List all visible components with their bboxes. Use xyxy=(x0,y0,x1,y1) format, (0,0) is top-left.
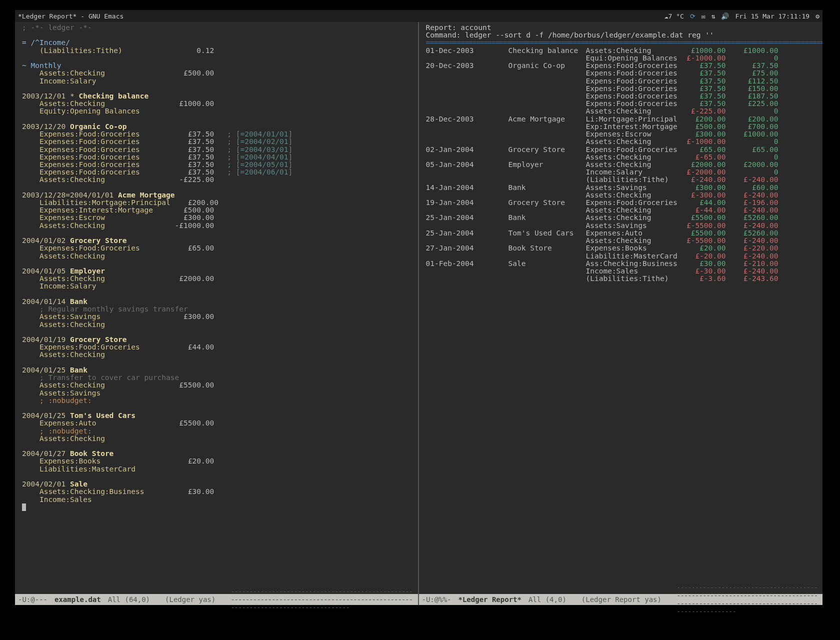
register-row[interactable]: Income:Salary£-2000.000 xyxy=(426,168,819,176)
register-row[interactable]: Expens:Food:Groceries£37.50£225.00 xyxy=(426,100,819,108)
titlebar: *Ledger Report* - GNU Emacs ☁ 7 °C ⟳ ✉ ⇅… xyxy=(15,10,822,22)
register-row[interactable]: Assets:Checking£-5500.00£-240.00 xyxy=(426,237,819,244)
register-row[interactable]: 25-Jan-2004Tom's Used CarsExpenses:Auto£… xyxy=(426,230,819,237)
register-row[interactable]: 01-Feb-2004SaleAss:Checking:Business£30.… xyxy=(426,260,819,268)
weather-icon[interactable]: ☁ 7 °C xyxy=(664,12,684,20)
register-row[interactable]: Assets:Checking£-1000.000 xyxy=(426,138,819,146)
register-row[interactable]: Assets:Savings£-5500.00£-240.00 xyxy=(426,222,819,230)
register-row[interactable]: Liabilitie:MasterCard£-20.00£-240.00 xyxy=(426,252,819,260)
register-row[interactable]: Expenses:Escrow£300.00£1000.00 xyxy=(426,130,819,138)
register-row[interactable]: 27-Jan-2004Book StoreExpenses:Books£20.0… xyxy=(426,244,819,252)
modeline-buffer-name: *Ledger Report* xyxy=(452,596,528,604)
register-row[interactable]: 28-Dec-2003Acme MortgageLi:Mortgage:Prin… xyxy=(426,116,819,123)
register-row[interactable]: Assets:Checking£-44.00£-240.00 xyxy=(426,206,819,214)
register-row[interactable]: (Liabilities:Tithe)£-240.00£-240.00 xyxy=(426,176,819,184)
register-row[interactable]: 01-Dec-2003Checking balanceAssets:Checki… xyxy=(426,47,819,54)
modeline-rule: ----------------------------------------… xyxy=(230,588,414,612)
register-row[interactable]: Income:Sales£-30.00£-240.00 xyxy=(426,268,819,275)
register-row[interactable]: 19-Jan-2004Grocery StoreExpens:Food:Groc… xyxy=(426,199,819,206)
modeline-rule: ----------------------------------------… xyxy=(676,584,820,616)
mail-icon[interactable]: ✉ xyxy=(702,12,706,20)
modeline-buffer-name: example.dat xyxy=(48,596,108,604)
register-row[interactable]: 05-Jan-2004EmployerAssets:Checking£2000.… xyxy=(426,161,819,168)
modeline-left: -U:@--- example.dat All (64,0) (Ledger y… xyxy=(15,594,418,605)
register-row[interactable]: Assets:Checking£-225.000 xyxy=(426,108,819,115)
register-row[interactable]: Exp:Interest:Mortgage£500.00£700.00 xyxy=(426,123,819,130)
modeline-right: -U:@%%- *Ledger Report* All (4,0) (Ledge… xyxy=(419,594,823,605)
register-row[interactable]: 20-Dec-2003Organic Co-opExpens:Food:Groc… xyxy=(426,62,819,70)
register-row[interactable]: Expens:Food:Groceries£37.50£150.00 xyxy=(426,85,819,92)
weather-text: 7 °C xyxy=(668,12,684,20)
network-icon[interactable]: ⇅ xyxy=(712,12,716,20)
modeline-state: -U:@%%- xyxy=(422,596,452,604)
report-title: Report: account xyxy=(426,24,819,32)
right-pane[interactable]: Report: accountCommand: ledger --sort d … xyxy=(419,22,823,605)
modeline-modes: (Ledger Report yas) xyxy=(566,596,676,604)
register-row[interactable]: (Liabilities:Tithe)£-3.60£-243.60 xyxy=(426,275,819,282)
ledger-report-buffer[interactable]: Report: accountCommand: ledger --sort d … xyxy=(419,22,823,594)
modeline-state: -U:@--- xyxy=(18,596,48,604)
emacs-frame: *Ledger Report* - GNU Emacs ☁ 7 °C ⟳ ✉ ⇅… xyxy=(15,10,822,605)
register-row[interactable]: 25-Jan-2004BankAssets:Checking£5500.00£5… xyxy=(426,214,819,222)
modeline-position: All (4,0) xyxy=(528,596,566,604)
modeline-position: All (64,0) xyxy=(108,596,150,604)
clock: Fri 15 Mar 17:11:19 xyxy=(735,12,810,20)
report-divider: ========================================… xyxy=(426,39,819,46)
reload-icon[interactable]: ⟳ xyxy=(690,12,696,20)
window-title: *Ledger Report* - GNU Emacs xyxy=(18,12,124,20)
report-command: Command: ledger --sort d -f /home/borbus… xyxy=(426,32,819,39)
register-row[interactable]: Assets:Checking£-300.00£-240.00 xyxy=(426,192,819,199)
register-row[interactable]: Equi:Opening Balances£-1000.000 xyxy=(426,54,819,62)
register-row[interactable]: 14-Jan-2004BankAssets:Savings£300.00£60.… xyxy=(426,184,819,192)
modeline-modes: (Ledger yas) xyxy=(150,596,230,604)
register-row[interactable]: Expens:Food:Groceries£37.50£75.00 xyxy=(426,70,819,77)
register-row[interactable]: Expens:Food:Groceries£37.50£112.50 xyxy=(426,78,819,85)
register-row[interactable]: Assets:Checking£-65.000 xyxy=(426,154,819,161)
ledger-source-buffer[interactable]: ; -*- ledger -*- = /^Income/ (Liabilitie… xyxy=(15,22,418,594)
register-row[interactable]: Expens:Food:Groceries£37.50£187.50 xyxy=(426,92,819,100)
volume-icon[interactable]: 🔊 xyxy=(721,12,729,20)
tray: ☁ 7 °C ⟳ ✉ ⇅ 🔊 Fri 15 Mar 17:11:19 ⚙ xyxy=(664,12,820,20)
gear-icon[interactable]: ⚙ xyxy=(816,12,820,20)
register-row[interactable]: 02-Jan-2004Grocery StoreExpens:Food:Groc… xyxy=(426,146,819,154)
left-pane[interactable]: ; -*- ledger -*- = /^Income/ (Liabilitie… xyxy=(15,22,419,605)
